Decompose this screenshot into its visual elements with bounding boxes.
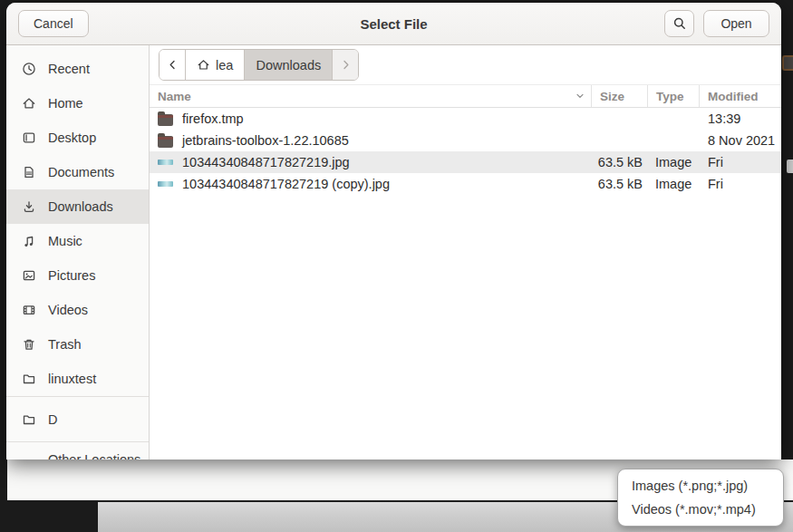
sidebar-item-label: Home (48, 96, 83, 111)
document-icon (22, 165, 36, 179)
sidebar-item-home[interactable]: Home (6, 86, 149, 121)
sidebar-item-trash[interactable]: Trash (6, 327, 149, 362)
file-name-cell: jetbrains-toolbox-1.22.10685 (150, 133, 591, 148)
sidebar-item-label: Trash (48, 337, 82, 352)
file-modified: Fri (699, 177, 781, 191)
home-icon (22, 96, 36, 111)
pathbar: lea Downloads (159, 49, 359, 81)
chevron-left-icon (166, 58, 179, 72)
file-name: firefox.tmp (182, 111, 244, 126)
folder-icon (157, 112, 173, 126)
sidebar-item-linuxtest[interactable]: linuxtest (6, 362, 149, 396)
clock-icon (22, 62, 36, 76)
filter-option[interactable]: Images (*.png;*.jpg) (618, 474, 783, 498)
file-row[interactable]: 10344340848717827219.jpg 63.5 kB Image F… (150, 151, 781, 173)
sidebar-item-label: Videos (48, 303, 88, 317)
file-modified: Fri (699, 155, 781, 169)
headerbar-right-group: Open (664, 10, 769, 37)
file-row[interactable]: firefox.tmp 13:39 (150, 108, 781, 130)
sidebar-item-videos[interactable]: Videos (6, 293, 149, 327)
file-name: 10344340848717827219.jpg (182, 155, 350, 169)
image-thumbnail-icon (157, 181, 173, 187)
file-chooser-dialog: Cancel Select File Open Recent Home Desk… (6, 3, 781, 459)
screen: { "window": { "title": "Select File" }, … (0, 0, 793, 532)
sidebar-item-label: Other Locations (48, 452, 140, 459)
sidebar-item-documents[interactable]: Documents (6, 155, 149, 189)
column-label: Name (158, 90, 191, 103)
list-header: Name Size Type Modified (150, 84, 781, 108)
sidebar-item-downloads[interactable]: Downloads (6, 189, 149, 224)
file-type: Image (647, 155, 699, 169)
file-row[interactable]: 10344340848717827219 (copy).jpg 63.5 kB … (150, 173, 781, 195)
search-icon (672, 16, 687, 31)
sidebar-item-label: D (48, 412, 57, 427)
sidebar-item-label: Documents (48, 165, 114, 179)
column-header-modified[interactable]: Modified (699, 85, 781, 107)
forward-button[interactable] (333, 50, 358, 80)
sidebar-item-pictures[interactable]: Pictures (6, 258, 149, 293)
pathbar-segment-downloads[interactable]: Downloads (245, 50, 333, 80)
back-button[interactable] (160, 50, 186, 80)
desktop-icon (22, 131, 36, 145)
file-filter-popover: Images (*.png;*.jpg)Videos (*.mov;*.mp4) (617, 469, 784, 527)
column-header-size[interactable]: Size (591, 85, 647, 107)
trash-icon (22, 337, 36, 352)
sidebar-item-other-locations[interactable]: Other Locations (6, 442, 149, 459)
background-window-artifact (787, 160, 793, 173)
file-name: 10344340848717827219 (copy).jpg (182, 177, 390, 191)
pathbar-segment-home[interactable]: lea (186, 50, 245, 80)
search-button[interactable] (664, 10, 694, 37)
sidebar-item-music[interactable]: Music (6, 224, 149, 258)
folder-icon (22, 412, 36, 427)
sidebar-item-label: Downloads (48, 199, 113, 214)
file-modified: 13:39 (699, 111, 781, 126)
file-name-cell: firefox.tmp (150, 111, 591, 126)
video-icon (22, 303, 36, 317)
other-locations-icon (22, 452, 36, 459)
headerbar: Cancel Select File Open (6, 3, 781, 45)
dialog-body: Recent Home Desktop Documents Downloads … (6, 45, 781, 459)
sidebar-item-recent[interactable]: Recent (6, 52, 149, 86)
chevron-right-icon (339, 58, 353, 72)
file-size: 63.5 kB (591, 177, 647, 191)
open-button[interactable]: Open (703, 10, 769, 37)
sidebar-item-label: Desktop (48, 131, 96, 145)
file-row[interactable]: jetbrains-toolbox-1.22.10685 8 Nov 2021 (150, 130, 781, 151)
column-header-name[interactable]: Name (150, 85, 591, 107)
cancel-button[interactable]: Cancel (18, 10, 89, 37)
file-list: Name Size Type Modified firefox.tmp 13:3… (150, 84, 781, 459)
pathbar-row: lea Downloads (150, 45, 781, 84)
folder-icon (157, 134, 173, 148)
image-thumbnail-icon (157, 160, 173, 165)
file-type: Image (647, 177, 699, 191)
filter-options: Images (*.png;*.jpg)Videos (*.mov;*.mp4) (618, 474, 783, 521)
sidebar-item-label: Recent (48, 62, 90, 76)
pathbar-home-label: lea (216, 58, 233, 73)
sidebar-item-label: Music (48, 234, 82, 248)
file-name-cell: 10344340848717827219.jpg (150, 155, 591, 169)
background-window-artifact (782, 55, 793, 71)
sidebar-item-desktop[interactable]: Desktop (6, 121, 149, 155)
file-name-cell: 10344340848717827219 (copy).jpg (150, 177, 591, 191)
sidebar-items: Recent Home Desktop Documents Downloads … (6, 52, 149, 396)
sidebar: Recent Home Desktop Documents Downloads … (6, 45, 150, 459)
file-rows: firefox.tmp 13:39 jetbrains-toolbox-1.22… (150, 108, 781, 195)
column-header-type[interactable]: Type (647, 85, 699, 107)
file-modified: 8 Nov 2021 (699, 133, 781, 148)
picture-icon (22, 268, 36, 283)
sidebar-bookmarks: D (6, 397, 149, 441)
file-name: jetbrains-toolbox-1.22.10685 (182, 133, 349, 148)
chevron-down-icon (574, 90, 586, 102)
sidebar-item-label: Pictures (48, 268, 95, 283)
sidebar-item-label: linuxtest (48, 372, 96, 386)
sidebar-item-d[interactable]: D (6, 397, 149, 441)
download-icon (22, 199, 36, 214)
home-icon (197, 58, 210, 72)
filter-option[interactable]: Videos (*.mov;*.mp4) (618, 498, 783, 521)
file-size: 63.5 kB (591, 155, 647, 169)
music-icon (22, 234, 36, 248)
main-pane: lea Downloads Name Size Type Modif (150, 45, 781, 459)
folder-icon (22, 372, 36, 386)
